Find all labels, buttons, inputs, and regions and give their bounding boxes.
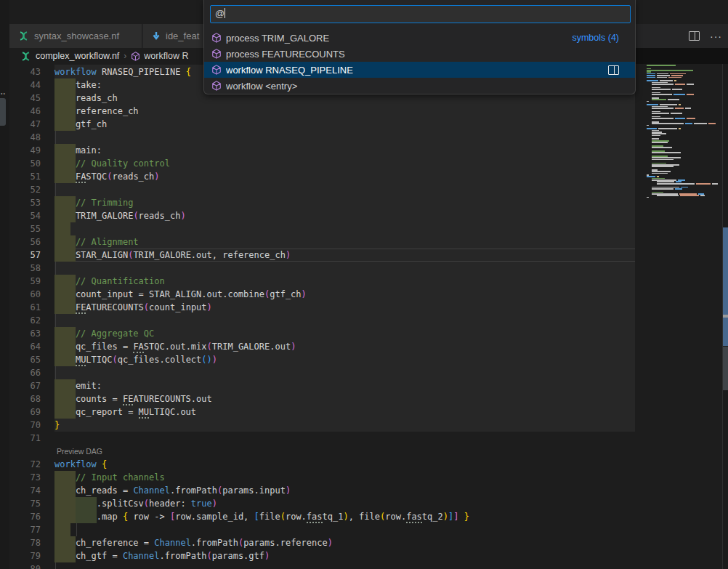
codelens[interactable]: Preview DAG	[9, 445, 644, 458]
line-number: 52	[9, 183, 41, 196]
code-line[interactable]: 76 .map { row -> [row.sample_id, [file(r…	[9, 510, 644, 523]
code-line[interactable]: 69 qc_report = MULTIQC.out	[9, 405, 644, 419]
indent-guide	[55, 131, 56, 144]
line-number: 58	[9, 262, 41, 275]
line-number: 78	[9, 536, 41, 549]
code-line[interactable]: 59 // Quantification	[9, 275, 644, 288]
code-line[interactable]: 80	[9, 562, 644, 569]
line-number: 67	[9, 379, 41, 392]
line-number: 74	[9, 484, 41, 497]
minimap-line	[652, 113, 682, 114]
scrollbar-slider[interactable]	[723, 347, 728, 390]
code-line[interactable]: 57 STAR_ALIGN(TRIM_GALORE.out, reference…	[9, 249, 644, 262]
symbols-count-badge: symbols (4)	[572, 33, 619, 43]
open-to-side-icon[interactable]	[608, 65, 619, 75]
line-number: 77	[9, 523, 41, 536]
quick-pick-input[interactable]: @	[210, 5, 631, 23]
code-text: reference_ch	[54, 105, 139, 118]
code-line[interactable]: 56 // Alignment	[9, 235, 644, 249]
quick-pick-item-label: process FEATURECOUNTS	[226, 49, 628, 60]
line-number: 65	[9, 353, 41, 366]
code-text: emit:	[54, 379, 102, 392]
more-actions-icon[interactable]: ···	[710, 33, 722, 40]
line-number: 66	[9, 366, 41, 379]
code-line[interactable]: 46 reference_ch	[9, 105, 644, 118]
code-line[interactable]: 68 counts = FEATURECOUNTS.out	[9, 392, 644, 405]
breadcrumb-file[interactable]: complex_workflow.nf	[36, 51, 119, 61]
code-line[interactable]: 65 MULTIQC(qc_files.collect())	[9, 353, 644, 366]
code-line[interactable]: 49 main:	[9, 144, 644, 157]
code-line[interactable]: 60 count_input = STAR_ALIGN.out.combine(…	[9, 288, 644, 301]
code-text: main:	[54, 144, 102, 157]
minimap-line	[647, 70, 693, 71]
quick-pick-item[interactable]: workflow RNASEQ_PIPELINE	[204, 62, 635, 78]
code-line[interactable]: 51 FASTQC(reads_ch)	[9, 170, 644, 183]
line-number: 68	[9, 392, 41, 405]
code-text: counts = FEATURECOUNTS.out	[54, 392, 212, 405]
minimap-line	[657, 183, 718, 185]
tab-syntax-showcase[interactable]: syntax_showcase.nf	[9, 24, 142, 48]
code-line[interactable]: 52	[9, 183, 644, 196]
nextflow-file-icon	[18, 31, 29, 41]
split-editor-icon[interactable]	[689, 31, 700, 41]
minimap-line	[652, 108, 691, 109]
code-line[interactable]: 63 // Aggregate QC	[9, 327, 644, 340]
code-line[interactable]: 78 ch_reference = Channel.fromPath(param…	[9, 536, 644, 549]
line-number: 43	[9, 65, 41, 78]
code-line[interactable]: 67 emit:	[9, 379, 644, 392]
minimap-line	[652, 159, 674, 161]
rail-handle	[0, 98, 6, 126]
line-number: 69	[9, 405, 41, 419]
indent-guide	[55, 366, 56, 379]
indent-guide	[76, 523, 77, 536]
quick-pick-item[interactable]: process TRIM_GALOREsymbols (4)	[204, 30, 635, 46]
quick-pick-item[interactable]: process FEATURECOUNTS	[204, 46, 635, 62]
symbol-cube-icon	[211, 65, 222, 75]
code-line[interactable]: 73 // Input channels	[9, 471, 644, 484]
codelens-label[interactable]: Preview DAG	[57, 445, 102, 458]
code-line[interactable]: 54 TRIM_GALORE(reads_ch)	[9, 209, 644, 222]
line-number: 53	[9, 196, 41, 209]
code-line[interactable]: 47 gtf_ch	[9, 118, 644, 131]
quick-pick-panel: @ process TRIM_GALOREsymbols (4)process …	[203, 0, 636, 94]
minimap-line	[652, 147, 672, 148]
code-text: // Input channels	[54, 471, 165, 484]
code-line[interactable]: 64 qc_files = FASTQC.out.mix(TRIM_GALORE…	[9, 340, 644, 353]
code-line[interactable]: 53 // Trimming	[9, 196, 644, 209]
indent-guide	[55, 183, 56, 196]
minimap[interactable]	[635, 64, 722, 569]
code-line[interactable]: 74 ch_reads = Channel.fromPath(params.in…	[9, 484, 644, 497]
code-editor[interactable]: 43workflow RNASEQ_PIPELINE {44 take:45 r…	[9, 64, 728, 569]
line-number: 72	[9, 458, 41, 471]
breadcrumb-symbol[interactable]: workflow R	[144, 51, 188, 61]
minimap-line	[652, 166, 674, 167]
code-text: ch_gtf = Channel.fromPath(params.gtf)	[54, 549, 270, 562]
code-line[interactable]: 62	[9, 314, 644, 327]
code-line[interactable]: 79 ch_gtf = Channel.fromPath(params.gtf)	[9, 549, 644, 562]
code-line[interactable]: 55	[9, 222, 644, 235]
line-number: 48	[9, 131, 41, 144]
code-text: // Quality control	[54, 157, 170, 170]
minimap-line	[652, 94, 694, 95]
code-line[interactable]: 58	[9, 262, 644, 275]
code-text: .map { row -> [row.sample_id, [file(row.…	[54, 510, 469, 523]
symbol-cube-icon	[211, 49, 222, 59]
code-line[interactable]: 61 FEATURECOUNTS(count_input)	[9, 301, 644, 314]
code-line[interactable]: 75 .splitCsv(header: true)	[9, 497, 644, 510]
line-number: 71	[9, 432, 41, 445]
code-line[interactable]: 66	[9, 366, 644, 379]
indent-guide	[55, 562, 56, 569]
code-text: .splitCsv(header: true)	[54, 497, 217, 510]
code-text: STAR_ALIGN(TRIM_GALORE.out, reference_ch…	[54, 249, 291, 262]
code-line[interactable]: 48	[9, 131, 644, 144]
line-number: 63	[9, 327, 41, 340]
code-line[interactable]: 72workflow {	[9, 458, 644, 471]
code-text: TRIM_GALORE(reads_ch)	[54, 209, 186, 222]
code-line[interactable]: 70}	[9, 419, 644, 432]
quick-pick-item[interactable]: workflow <entry>	[204, 78, 635, 94]
code-line[interactable]: 77	[9, 523, 644, 536]
code-line[interactable]: 50 // Quality control	[9, 157, 644, 170]
code-line[interactable]: 71	[9, 432, 644, 445]
indent-tint	[54, 523, 70, 536]
line-number: 76	[9, 510, 41, 523]
